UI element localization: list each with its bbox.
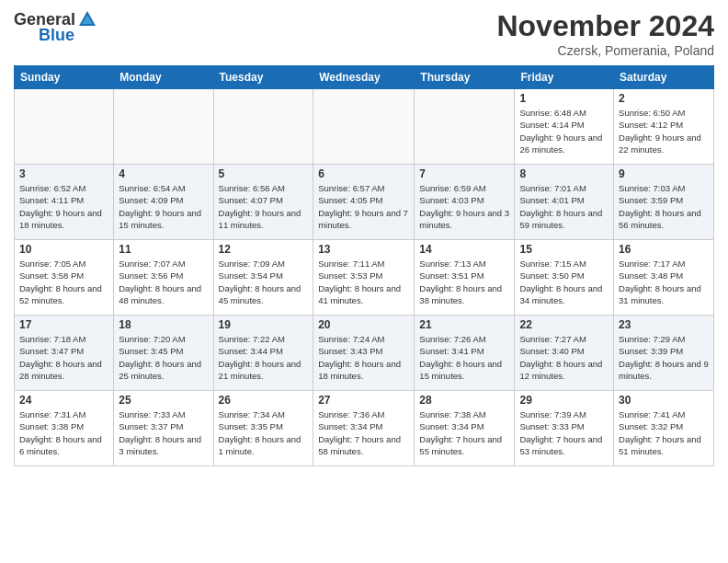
- day-number: 7: [419, 167, 509, 180]
- table-row: 18Sunrise: 7:20 AMSunset: 3:45 PMDayligh…: [114, 316, 213, 391]
- calendar-week-row: 1Sunrise: 6:48 AMSunset: 4:14 PMDaylight…: [15, 89, 714, 165]
- table-row: 26Sunrise: 7:34 AMSunset: 3:35 PMDayligh…: [213, 391, 313, 466]
- table-row: 11Sunrise: 7:07 AMSunset: 3:56 PMDayligh…: [114, 240, 213, 316]
- day-number: 24: [19, 394, 108, 407]
- day-number: 8: [519, 167, 609, 180]
- day-number: 10: [19, 243, 108, 256]
- day-info: Sunrise: 7:41 AMSunset: 3:32 PMDaylight:…: [619, 408, 709, 457]
- logo: General Blue: [14, 9, 99, 45]
- calendar-week-row: 24Sunrise: 7:31 AMSunset: 3:38 PMDayligh…: [15, 391, 714, 466]
- calendar-week-row: 10Sunrise: 7:05 AMSunset: 3:58 PMDayligh…: [15, 240, 714, 316]
- table-row: 4Sunrise: 6:54 AMSunset: 4:09 PMDaylight…: [114, 165, 213, 240]
- location-subtitle: Czersk, Pomerania, Poland: [496, 43, 714, 58]
- day-info: Sunrise: 6:56 AMSunset: 4:07 PMDaylight:…: [219, 182, 309, 231]
- day-info: Sunrise: 7:36 AMSunset: 3:34 PMDaylight:…: [318, 408, 409, 457]
- day-info: Sunrise: 7:05 AMSunset: 3:58 PMDaylight:…: [19, 258, 108, 306]
- day-number: 23: [619, 318, 709, 331]
- table-row: [313, 89, 415, 165]
- table-row: 5Sunrise: 6:56 AMSunset: 4:07 PMDaylight…: [213, 165, 313, 240]
- day-info: Sunrise: 7:07 AMSunset: 3:56 PMDaylight:…: [119, 258, 208, 306]
- table-row: 30Sunrise: 7:41 AMSunset: 3:32 PMDayligh…: [614, 391, 714, 466]
- table-row: 21Sunrise: 7:26 AMSunset: 3:41 PMDayligh…: [415, 316, 515, 391]
- day-info: Sunrise: 6:48 AMSunset: 4:14 PMDaylight:…: [519, 107, 609, 155]
- day-info: Sunrise: 7:03 AMSunset: 3:59 PMDaylight:…: [619, 182, 709, 231]
- day-number: 27: [318, 394, 409, 407]
- day-info: Sunrise: 7:27 AMSunset: 3:40 PMDaylight:…: [519, 333, 609, 382]
- day-number: 11: [119, 243, 208, 256]
- table-row: [415, 89, 515, 165]
- month-title: November 2024: [496, 9, 714, 43]
- header: General Blue November 2024 Czersk, Pomer…: [14, 9, 714, 58]
- table-row: 13Sunrise: 7:11 AMSunset: 3:53 PMDayligh…: [313, 240, 415, 316]
- col-saturday: Saturday: [614, 66, 714, 89]
- day-number: 19: [219, 318, 309, 331]
- table-row: 25Sunrise: 7:33 AMSunset: 3:37 PMDayligh…: [114, 391, 213, 466]
- table-row: 6Sunrise: 6:57 AMSunset: 4:05 PMDaylight…: [313, 165, 415, 240]
- day-info: Sunrise: 7:39 AMSunset: 3:33 PMDaylight:…: [519, 408, 609, 457]
- day-number: 1: [519, 92, 609, 105]
- col-thursday: Thursday: [415, 66, 515, 89]
- day-number: 6: [318, 167, 409, 180]
- col-tuesday: Tuesday: [213, 66, 313, 89]
- day-info: Sunrise: 6:59 AMSunset: 4:03 PMDaylight:…: [419, 182, 509, 231]
- day-info: Sunrise: 7:31 AMSunset: 3:38 PMDaylight:…: [19, 408, 108, 457]
- calendar-table: Sunday Monday Tuesday Wednesday Thursday…: [14, 65, 714, 466]
- day-number: 9: [619, 167, 709, 180]
- day-info: Sunrise: 7:22 AMSunset: 3:44 PMDaylight:…: [219, 333, 309, 382]
- day-info: Sunrise: 6:54 AMSunset: 4:09 PMDaylight:…: [119, 182, 208, 231]
- table-row: 16Sunrise: 7:17 AMSunset: 3:48 PMDayligh…: [614, 240, 714, 316]
- page-container: General Blue November 2024 Czersk, Pomer…: [0, 0, 728, 476]
- day-number: 2: [619, 92, 709, 105]
- day-number: 17: [19, 318, 108, 331]
- day-info: Sunrise: 7:09 AMSunset: 3:54 PMDaylight:…: [219, 258, 309, 306]
- table-row: 22Sunrise: 7:27 AMSunset: 3:40 PMDayligh…: [515, 316, 614, 391]
- table-row: 19Sunrise: 7:22 AMSunset: 3:44 PMDayligh…: [213, 316, 313, 391]
- table-row: 29Sunrise: 7:39 AMSunset: 3:33 PMDayligh…: [515, 391, 614, 466]
- day-info: Sunrise: 7:11 AMSunset: 3:53 PMDaylight:…: [318, 258, 409, 306]
- col-wednesday: Wednesday: [313, 66, 415, 89]
- day-number: 4: [119, 167, 208, 180]
- col-monday: Monday: [114, 66, 213, 89]
- day-info: Sunrise: 7:18 AMSunset: 3:47 PMDaylight:…: [19, 333, 108, 382]
- day-number: 29: [519, 394, 609, 407]
- day-info: Sunrise: 7:15 AMSunset: 3:50 PMDaylight:…: [519, 258, 609, 306]
- day-info: Sunrise: 6:57 AMSunset: 4:05 PMDaylight:…: [318, 182, 409, 231]
- day-info: Sunrise: 7:01 AMSunset: 4:01 PMDaylight:…: [519, 182, 609, 231]
- calendar-header-row: Sunday Monday Tuesday Wednesday Thursday…: [15, 66, 714, 89]
- table-row: 1Sunrise: 6:48 AMSunset: 4:14 PMDaylight…: [515, 89, 614, 165]
- day-info: Sunrise: 7:24 AMSunset: 3:43 PMDaylight:…: [318, 333, 409, 382]
- day-info: Sunrise: 7:33 AMSunset: 3:37 PMDaylight:…: [119, 408, 208, 457]
- day-number: 5: [219, 167, 309, 180]
- col-sunday: Sunday: [15, 66, 114, 89]
- table-row: 23Sunrise: 7:29 AMSunset: 3:39 PMDayligh…: [614, 316, 714, 391]
- day-info: Sunrise: 7:38 AMSunset: 3:34 PMDaylight:…: [419, 408, 509, 457]
- table-row: 9Sunrise: 7:03 AMSunset: 3:59 PMDaylight…: [614, 165, 714, 240]
- day-number: 3: [19, 167, 108, 180]
- logo-blue-text: Blue: [39, 26, 74, 45]
- table-row: 2Sunrise: 6:50 AMSunset: 4:12 PMDaylight…: [614, 89, 714, 165]
- logo-icon: [77, 9, 97, 29]
- day-info: Sunrise: 6:52 AMSunset: 4:11 PMDaylight:…: [19, 182, 108, 231]
- day-number: 14: [419, 243, 509, 256]
- day-number: 15: [519, 243, 609, 256]
- calendar-week-row: 17Sunrise: 7:18 AMSunset: 3:47 PMDayligh…: [15, 316, 714, 391]
- col-friday: Friday: [515, 66, 614, 89]
- calendar-week-row: 3Sunrise: 6:52 AMSunset: 4:11 PMDaylight…: [15, 165, 714, 240]
- table-row: [15, 89, 114, 165]
- day-info: Sunrise: 7:29 AMSunset: 3:39 PMDaylight:…: [619, 333, 709, 382]
- table-row: 14Sunrise: 7:13 AMSunset: 3:51 PMDayligh…: [415, 240, 515, 316]
- day-number: 28: [419, 394, 509, 407]
- day-number: 20: [318, 318, 409, 331]
- table-row: 27Sunrise: 7:36 AMSunset: 3:34 PMDayligh…: [313, 391, 415, 466]
- day-info: Sunrise: 7:17 AMSunset: 3:48 PMDaylight:…: [619, 258, 709, 306]
- day-info: Sunrise: 7:20 AMSunset: 3:45 PMDaylight:…: [119, 333, 208, 382]
- table-row: 28Sunrise: 7:38 AMSunset: 3:34 PMDayligh…: [415, 391, 515, 466]
- table-row: [114, 89, 213, 165]
- table-row: 10Sunrise: 7:05 AMSunset: 3:58 PMDayligh…: [15, 240, 114, 316]
- day-info: Sunrise: 7:13 AMSunset: 3:51 PMDaylight:…: [419, 258, 509, 306]
- day-number: 26: [219, 394, 309, 407]
- day-number: 12: [219, 243, 309, 256]
- day-info: Sunrise: 7:26 AMSunset: 3:41 PMDaylight:…: [419, 333, 509, 382]
- table-row: 17Sunrise: 7:18 AMSunset: 3:47 PMDayligh…: [15, 316, 114, 391]
- day-number: 21: [419, 318, 509, 331]
